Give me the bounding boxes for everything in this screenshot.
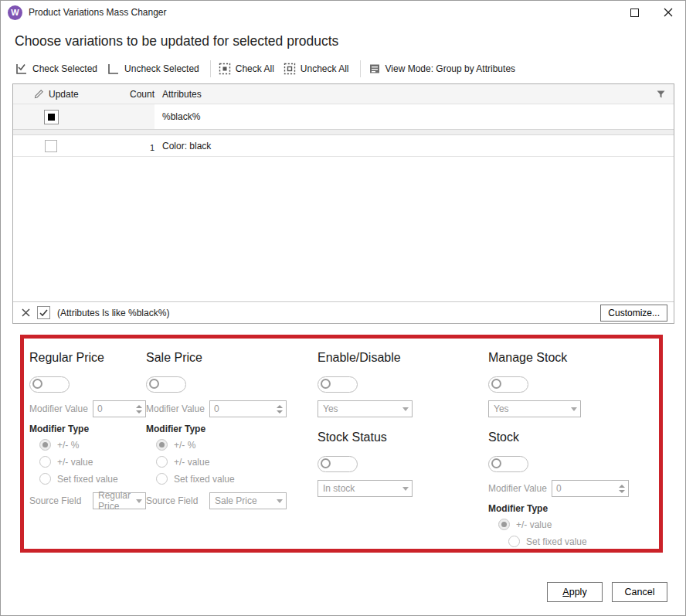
spin-up-icon[interactable]	[619, 485, 625, 488]
update-header-label: Update	[49, 89, 79, 100]
window-title: Product Variations Mass Changer	[29, 7, 617, 18]
toolbar-separator	[210, 60, 211, 77]
spinner-arrows[interactable]	[619, 485, 628, 493]
enable-disable-toggle[interactable]	[318, 376, 358, 393]
radio-icon	[39, 456, 51, 468]
chevron-down-icon	[136, 499, 142, 503]
source-field-label: Source Field	[29, 495, 88, 506]
section-title: Manage Stock	[488, 351, 653, 365]
sale-price-radio-value[interactable]: +/- value	[156, 456, 318, 468]
sale-price-toggle[interactable]	[146, 376, 186, 393]
sale-price-source-field-select[interactable]: Sale Price	[209, 492, 287, 509]
uncheck-selected-label: Uncheck Selected	[124, 63, 199, 74]
apply-button[interactable]: Apply	[547, 582, 603, 602]
stock-toggle[interactable]	[488, 456, 528, 472]
manage-stock-select[interactable]: Yes	[488, 400, 581, 417]
regular-price-toggle[interactable]	[29, 376, 70, 393]
regular-price-modifier-value-input[interactable]: 0	[93, 400, 146, 417]
view-mode-label: View Mode: Group by Attributes	[385, 63, 516, 74]
column-filter-button[interactable]	[647, 90, 674, 98]
stock-status-select[interactable]: In stock	[318, 480, 413, 497]
modifier-value-label: Modifier Value	[146, 403, 205, 414]
view-mode-button[interactable]: View Mode: Group by Attributes	[365, 60, 522, 78]
spin-down-icon[interactable]	[619, 490, 625, 493]
modifier-type-label: Modifier Type	[29, 424, 146, 434]
row-update-checkbox[interactable]	[45, 140, 57, 152]
spinner-arrows[interactable]	[136, 405, 145, 414]
grid-header-row: Update Count Attributes	[13, 84, 674, 104]
check-all-icon	[219, 63, 231, 75]
regular-price-radio-value[interactable]: +/- value	[39, 456, 146, 468]
stock-radio-set-fixed[interactable]: Set fixed value	[508, 536, 653, 547]
regular-price-radio-set-fixed[interactable]: Set fixed value	[39, 473, 146, 485]
spinner-arrows[interactable]	[277, 405, 286, 414]
sale-price-modifier-value-input[interactable]: 0	[209, 400, 287, 417]
radio-icon	[156, 473, 168, 485]
uncheck-selected-button[interactable]: Uncheck Selected	[104, 60, 205, 78]
manage-stock-toggle[interactable]	[488, 376, 528, 393]
chevron-down-icon	[402, 487, 409, 491]
column-header-update[interactable]: Update	[13, 89, 117, 100]
toolbar: Check Selected Uncheck Selected Check Al…	[12, 57, 685, 80]
spin-down-icon[interactable]	[277, 410, 283, 414]
check-selected-button[interactable]: Check Selected	[12, 60, 104, 78]
filter-enabled-checkbox[interactable]	[37, 306, 50, 319]
uncheck-all-button[interactable]: Uncheck All	[280, 60, 355, 78]
remove-filter-icon[interactable]	[22, 308, 30, 317]
modifier-type-label: Modifier Type	[146, 424, 318, 434]
stock-modifier-value-input[interactable]: 0	[552, 480, 629, 497]
maximize-button[interactable]	[617, 1, 651, 24]
source-field-label: Source Field	[146, 495, 205, 506]
sale-price-radio-set-fixed[interactable]: Set fixed value	[156, 473, 318, 485]
funnel-icon	[657, 90, 665, 98]
stock-radio-value[interactable]: +/- value	[498, 519, 653, 530]
regular-price-radio-percent[interactable]: +/- %	[39, 439, 146, 451]
page-title: Choose variations to be updated for sele…	[15, 33, 685, 49]
toggle-knob-icon	[149, 379, 159, 389]
sale-price-radio-percent[interactable]: +/- %	[156, 439, 318, 451]
uncheck-all-label: Uncheck All	[301, 63, 349, 74]
spin-up-icon[interactable]	[277, 405, 283, 408]
dialog-footer: Apply Cancel	[547, 582, 667, 602]
modifier-value-label: Modifier Value	[488, 483, 547, 494]
check-selected-label: Check Selected	[32, 63, 97, 74]
attributes-filter-input[interactable]: %black%	[155, 111, 674, 122]
chevron-down-icon	[571, 407, 577, 411]
section-stock: Stock Modifier Value 0 Modifier Type +/-…	[488, 431, 653, 553]
section-regular-price: Regular Price Modifier Value 0 Modifier …	[29, 351, 146, 553]
uncheck-all-icon	[284, 63, 296, 75]
check-all-label: Check All	[236, 63, 274, 74]
check-all-button[interactable]: Check All	[216, 60, 280, 78]
variations-grid: Update Count Attributes %black% 1 Color:…	[12, 83, 674, 324]
table-row[interactable]: 1 Color: black	[13, 135, 674, 157]
row-attributes-cell: Color: black	[155, 141, 674, 151]
filter-summary-bar: (Attributes Is like %black%) Customize..…	[13, 301, 674, 323]
column-header-attributes[interactable]: Attributes	[155, 89, 647, 100]
section-title: Stock	[488, 431, 653, 444]
check-selected-icon	[15, 63, 28, 75]
stock-status-toggle[interactable]	[318, 456, 358, 472]
customize-filter-button[interactable]: Customize...	[600, 305, 667, 322]
enable-disable-select[interactable]: Yes	[318, 400, 413, 417]
radio-selected-icon	[156, 439, 168, 451]
maximize-icon	[630, 9, 639, 17]
close-button[interactable]	[651, 1, 685, 24]
mass-change-options-panel: Enable/Disable Yes Manage Stock Yes Regu…	[20, 335, 663, 553]
column-header-count[interactable]: Count	[117, 89, 155, 100]
update-filter-checkbox[interactable]	[44, 110, 59, 124]
regular-price-source-field-select[interactable]: Regular Price	[93, 492, 146, 509]
uncheck-selected-icon	[107, 63, 120, 75]
grid-filter-row: %black%	[13, 104, 674, 130]
grid-empty-area	[13, 157, 674, 301]
spin-down-icon[interactable]	[136, 410, 142, 414]
filter-row-left	[13, 104, 155, 129]
section-manage-stock: Manage Stock Yes	[488, 351, 653, 431]
chevron-down-icon	[277, 499, 283, 503]
chevron-down-icon	[402, 407, 409, 411]
section-enable-disable: Enable/Disable Yes	[318, 351, 488, 431]
cancel-button[interactable]: Cancel	[612, 582, 667, 602]
check-icon	[39, 309, 48, 317]
grid-group-band	[13, 130, 674, 135]
indeterminate-mark-icon	[48, 114, 55, 121]
spin-up-icon[interactable]	[136, 405, 142, 408]
